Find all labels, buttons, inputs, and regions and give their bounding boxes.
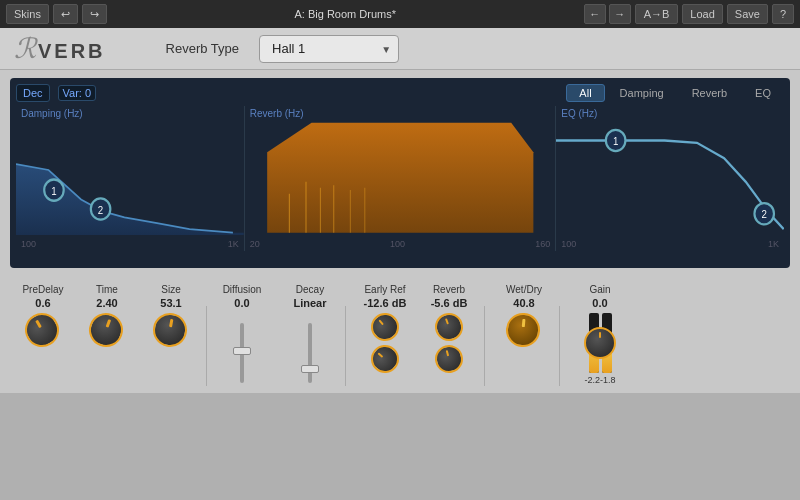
decay-group: Decay Linear <box>281 284 339 393</box>
reverb-panel: Reverb (Hz) <box>245 106 557 251</box>
reverb-axis: 20100160 <box>250 239 551 249</box>
eq-chart: 1 2 <box>556 106 784 235</box>
gain-label: Gain <box>589 284 610 295</box>
eq-panel: EQ (Hz) 1 2 1001K <box>556 106 784 251</box>
earlyref-group: Early Ref -12.6 dB <box>356 284 414 373</box>
wetdry-label: Wet/Dry <box>506 284 542 295</box>
wetdry-group: Wet/Dry 40.8 <box>495 284 553 349</box>
decay-label: Decay <box>296 284 324 295</box>
wetdry-knob[interactable] <box>505 312 542 349</box>
help-button[interactable]: ? <box>772 4 794 24</box>
controls-section: PreDelay 0.6 Time 2.40 Size 53.1 Diffusi… <box>0 276 800 393</box>
time-label: Time <box>96 284 118 295</box>
meter-label-right: -1.8 <box>600 375 616 385</box>
nav-prev[interactable]: ← <box>584 4 606 24</box>
size-knob[interactable] <box>150 310 189 349</box>
decay-value: Linear <box>293 297 326 309</box>
diffusion-slider-container <box>240 313 244 393</box>
predelay-knob[interactable] <box>19 307 65 353</box>
undo-button[interactable]: ↩ <box>53 4 78 24</box>
time-group: Time 2.40 <box>78 284 136 349</box>
damping-chart: 1 2 <box>16 106 244 235</box>
skins-button[interactable]: Skins <box>6 4 49 24</box>
nav-buttons: ← → <box>584 4 631 24</box>
predelay-group: PreDelay 0.6 <box>14 284 72 349</box>
diffusion-group: Diffusion 0.0 <box>213 284 271 393</box>
size-group: Size 53.1 <box>142 284 200 349</box>
viz-controls: Dec Var: 0 All Damping Reverb EQ <box>16 84 784 102</box>
decay-slider-track[interactable] <box>308 323 312 383</box>
damping-panel: Damping (Hz) 1 <box>16 106 245 251</box>
diffusion-slider-track[interactable] <box>240 323 244 383</box>
reverb-knob1[interactable] <box>431 309 467 345</box>
diffusion-slider-thumb[interactable] <box>233 347 251 355</box>
tab-eq[interactable]: EQ <box>742 84 784 102</box>
gain-knob[interactable] <box>584 327 616 359</box>
plugin-logo: ℛVERB <box>14 32 106 65</box>
reverb-knob2[interactable] <box>432 342 466 376</box>
reverb-chart <box>245 106 556 235</box>
sep-2 <box>345 306 346 386</box>
svg-text:1: 1 <box>51 185 57 196</box>
earlyref-knobs <box>371 313 399 373</box>
gain-meter-wrapper: -2.2 -1.8 <box>584 313 615 385</box>
reverb-type-wrapper: Hall 1 Hall 2 Room 1 Plate <box>249 35 399 63</box>
plugin-body: ℛVERB Reverb Type Hall 1 Hall 2 Room 1 P… <box>0 28 800 393</box>
eq-axis: 1001K <box>561 239 779 249</box>
reverb-knobs <box>435 313 463 373</box>
svg-marker-5 <box>267 123 533 233</box>
svg-text:2: 2 <box>762 209 768 220</box>
meter-labels: -2.2 -1.8 <box>584 375 615 385</box>
wetdry-knob-container <box>506 313 542 349</box>
sep-1 <box>206 306 207 386</box>
plugin-title: A: Big Room Drums* <box>111 8 580 20</box>
visualizer: Dec Var: 0 All Damping Reverb EQ Damping… <box>10 78 790 268</box>
sep-4 <box>559 306 560 386</box>
svg-text:2: 2 <box>98 204 104 215</box>
save-button[interactable]: Save <box>727 4 768 24</box>
reverb-level-label: Reverb <box>433 284 465 295</box>
decay-slider-container <box>308 313 312 393</box>
time-value: 2.40 <box>96 297 117 309</box>
wetdry-value: 40.8 <box>513 297 534 309</box>
svg-text:1: 1 <box>613 136 619 147</box>
time-knob-container <box>89 313 125 349</box>
size-label: Size <box>161 284 180 295</box>
predelay-label: PreDelay <box>22 284 63 295</box>
tab-reverb[interactable]: Reverb <box>679 84 740 102</box>
viz-panels: Damping (Hz) 1 <box>16 106 784 251</box>
reverb-type-label: Reverb Type <box>166 41 239 56</box>
gain-meter <box>589 313 612 373</box>
meter-label-left: -2.2 <box>584 375 600 385</box>
reverb-level-group: Reverb -5.6 dB <box>420 284 478 373</box>
redo-button[interactable]: ↪ <box>82 4 107 24</box>
earlyref-label: Early Ref <box>364 284 405 295</box>
gain-knob-overlay <box>584 327 616 359</box>
damping-axis: 1001K <box>21 239 239 249</box>
dec-label: Dec <box>16 84 50 102</box>
earlyref-value: -12.6 dB <box>364 297 407 309</box>
ab-button[interactable]: A→B <box>635 4 679 24</box>
sep-3 <box>484 306 485 386</box>
nav-next[interactable]: → <box>609 4 631 24</box>
tab-damping[interactable]: Damping <box>607 84 677 102</box>
time-knob[interactable] <box>84 308 128 352</box>
gain-section: Gain 0.0 -2.2 -1.8 <box>570 284 630 385</box>
load-button[interactable]: Load <box>682 4 722 24</box>
predelay-knob-container <box>25 313 61 349</box>
earlyref-knob1[interactable] <box>365 307 404 346</box>
size-value: 53.1 <box>160 297 181 309</box>
diffusion-value: 0.0 <box>234 297 249 309</box>
predelay-value: 0.6 <box>35 297 50 309</box>
viz-tabs: All Damping Reverb EQ <box>566 84 784 102</box>
reverb-type-select[interactable]: Hall 1 Hall 2 Room 1 Plate <box>259 35 399 63</box>
diffusion-label: Diffusion <box>223 284 262 295</box>
var-select[interactable]: Var: 0 <box>58 85 97 101</box>
toolbar: Skins ↩ ↪ A: Big Room Drums* ← → A→B Loa… <box>0 0 800 28</box>
plugin-header: ℛVERB Reverb Type Hall 1 Hall 2 Room 1 P… <box>0 28 800 70</box>
tab-all[interactable]: All <box>566 84 604 102</box>
reverb-level-value: -5.6 dB <box>431 297 468 309</box>
gain-value: 0.0 <box>592 297 607 309</box>
decay-slider-thumb[interactable] <box>301 365 319 373</box>
earlyref-knob2[interactable] <box>365 339 404 378</box>
